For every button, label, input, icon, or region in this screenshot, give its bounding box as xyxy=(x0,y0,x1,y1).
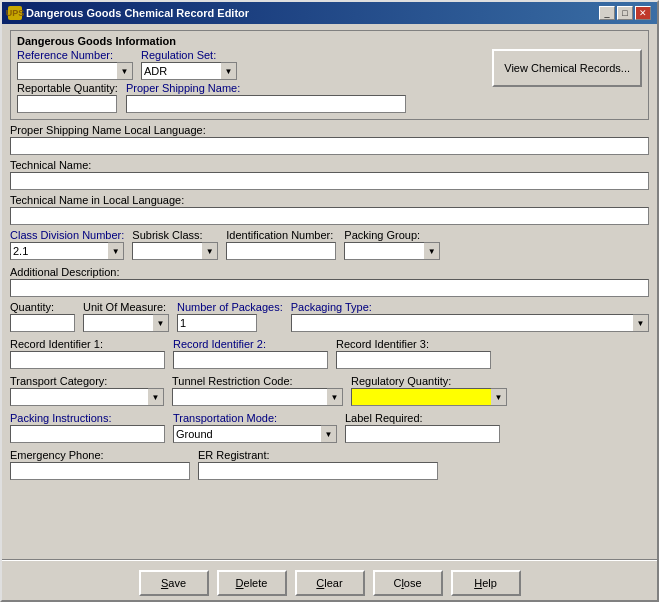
id-number-input[interactable] xyxy=(226,242,336,260)
er-registrant-group: ER Registrant: xyxy=(198,449,438,480)
transport-cat-arrow[interactable]: ▼ xyxy=(148,388,164,406)
close-window-button[interactable]: ✕ xyxy=(635,6,651,20)
left-fields: Reference Number: ▼ Regulation Set: ▼ xyxy=(17,49,484,115)
reportable-qty-input[interactable] xyxy=(17,95,117,113)
packaging-type-input[interactable] xyxy=(291,314,633,332)
delete-button[interactable]: Delete xyxy=(217,570,287,596)
packing-group-arrow[interactable]: ▼ xyxy=(424,242,440,260)
transport-mode-arrow[interactable]: ▼ xyxy=(321,425,337,443)
proper-shipping-input[interactable] xyxy=(126,95,406,113)
num-packages-group: Number of Packages: xyxy=(177,301,283,332)
unit-measure-label: Unit Of Measure: xyxy=(83,301,169,313)
clear-button[interactable]: Clear xyxy=(295,570,365,596)
tunnel-restriction-input[interactable] xyxy=(172,388,327,406)
regulatory-qty-combo[interactable]: ▼ xyxy=(351,388,507,406)
ref-number-group: Reference Number: ▼ xyxy=(17,49,133,80)
record-id1-input[interactable] xyxy=(10,351,165,369)
transport-mode-input[interactable] xyxy=(173,425,321,443)
regulation-set-combo[interactable]: ▼ xyxy=(141,62,237,80)
proper-shipping-local-label: Proper Shipping Name Local Language: xyxy=(10,124,649,136)
save-button[interactable]: Save xyxy=(139,570,209,596)
proper-shipping-group: Proper Shipping Name: xyxy=(126,82,484,113)
ref-number-arrow[interactable]: ▼ xyxy=(117,62,133,80)
dg-info-section: Dangerous Goods Information Reference Nu… xyxy=(10,30,649,120)
transport-mode-combo[interactable]: ▼ xyxy=(173,425,337,443)
window-title: Dangerous Goods Chemical Record Editor xyxy=(26,7,249,19)
technical-name-group: Technical Name: xyxy=(10,159,649,190)
emergency-row: Emergency Phone: ER Registrant: xyxy=(10,449,649,480)
class-division-input[interactable] xyxy=(10,242,108,260)
er-registrant-label: ER Registrant: xyxy=(198,449,438,461)
transport-cat-combo[interactable]: ▼ xyxy=(10,388,164,406)
view-chemical-button[interactable]: View Chemical Records... xyxy=(492,49,642,87)
subrisk-arrow[interactable]: ▼ xyxy=(202,242,218,260)
packing-transport-row: Packing Instructions: Transportation Mod… xyxy=(10,412,649,443)
qty-row: Quantity: Unit Of Measure: ▼ Number of P… xyxy=(10,301,649,332)
unit-measure-input[interactable] xyxy=(83,314,153,332)
regulatory-qty-arrow[interactable]: ▼ xyxy=(491,388,507,406)
class-division-group: Class Division Number: ▼ xyxy=(10,229,124,260)
record-id3-input[interactable] xyxy=(336,351,491,369)
proper-shipping-local-group: Proper Shipping Name Local Language: xyxy=(10,124,649,155)
proper-shipping-local-input[interactable] xyxy=(10,137,649,155)
regulatory-qty-input[interactable] xyxy=(351,388,491,406)
view-btn-group: View Chemical Records... xyxy=(492,49,642,87)
regulation-set-group: Regulation Set: ▼ xyxy=(141,49,237,80)
num-packages-label: Number of Packages: xyxy=(177,301,283,313)
label-required-input[interactable] xyxy=(345,425,500,443)
subrisk-combo[interactable]: ▼ xyxy=(132,242,218,260)
packaging-type-combo[interactable]: ▼ xyxy=(291,314,649,332)
packing-group-group: Packing Group: ▼ xyxy=(344,229,440,260)
record-id1-label: Record Identifier 1: xyxy=(10,338,165,350)
ref-regulation-row: Reference Number: ▼ Regulation Set: ▼ xyxy=(17,49,484,80)
unit-measure-combo[interactable]: ▼ xyxy=(83,314,169,332)
technical-name-local-input[interactable] xyxy=(10,207,649,225)
regulation-set-input[interactable] xyxy=(141,62,221,80)
ref-number-label: Reference Number: xyxy=(17,49,133,61)
transport-mode-group: Transportation Mode: ▼ xyxy=(173,412,337,443)
quantity-group: Quantity: xyxy=(10,301,75,332)
maximize-button[interactable]: □ xyxy=(617,6,633,20)
unit-measure-group: Unit Of Measure: ▼ xyxy=(83,301,169,332)
transport-row: Transport Category: ▼ Tunnel Restriction… xyxy=(10,375,649,406)
packing-instr-input[interactable] xyxy=(10,425,165,443)
quantity-input[interactable] xyxy=(10,314,75,332)
class-division-combo[interactable]: ▼ xyxy=(10,242,124,260)
emergency-phone-input[interactable] xyxy=(10,462,190,480)
technical-name-input[interactable] xyxy=(10,172,649,190)
minimize-button[interactable]: _ xyxy=(599,6,615,20)
record-id2-input[interactable] xyxy=(173,351,328,369)
subrisk-input[interactable] xyxy=(132,242,202,260)
er-registrant-input[interactable] xyxy=(198,462,438,480)
ref-number-input[interactable] xyxy=(17,62,117,80)
packaging-type-group: Packaging Type: ▼ xyxy=(291,301,649,332)
packaging-type-arrow[interactable]: ▼ xyxy=(633,314,649,332)
tunnel-restriction-label: Tunnel Restriction Code: xyxy=(172,375,343,387)
class-row: Class Division Number: ▼ Subrisk Class: … xyxy=(10,229,649,260)
additional-desc-input[interactable] xyxy=(10,279,649,297)
tunnel-restriction-combo[interactable]: ▼ xyxy=(172,388,343,406)
ref-number-combo[interactable]: ▼ xyxy=(17,62,133,80)
transport-cat-group: Transport Category: ▼ xyxy=(10,375,164,406)
class-division-label: Class Division Number: xyxy=(10,229,124,241)
unit-measure-arrow[interactable]: ▼ xyxy=(153,314,169,332)
packing-group-combo[interactable]: ▼ xyxy=(344,242,440,260)
transport-cat-input[interactable] xyxy=(10,388,148,406)
record-id3-group: Record Identifier 3: xyxy=(336,338,491,369)
packing-group-input[interactable] xyxy=(344,242,424,260)
packaging-type-label: Packaging Type: xyxy=(291,301,649,313)
technical-name-local-label: Technical Name in Local Language: xyxy=(10,194,649,206)
regulatory-qty-label: Regulatory Quantity: xyxy=(351,375,507,387)
regulation-set-arrow[interactable]: ▼ xyxy=(221,62,237,80)
record-id1-group: Record Identifier 1: xyxy=(10,338,165,369)
label-required-group: Label Required: xyxy=(345,412,500,443)
class-division-arrow[interactable]: ▼ xyxy=(108,242,124,260)
title-bar-left: UPS Dangerous Goods Chemical Record Edit… xyxy=(8,6,249,20)
tunnel-restriction-arrow[interactable]: ▼ xyxy=(327,388,343,406)
help-button[interactable]: Help xyxy=(451,570,521,596)
reportable-qty-group: Reportable Quantity: xyxy=(17,82,118,113)
num-packages-input[interactable] xyxy=(177,314,257,332)
emergency-phone-label: Emergency Phone: xyxy=(10,449,190,461)
record-id2-label: Record Identifier 2: xyxy=(173,338,328,350)
close-button[interactable]: Close xyxy=(373,570,443,596)
